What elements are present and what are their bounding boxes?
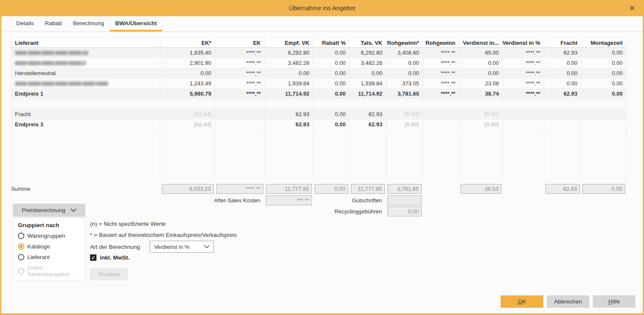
column-header: EK bbox=[215, 38, 265, 48]
value-cell: 0.00 bbox=[313, 79, 350, 88]
value-cell: 0.00 bbox=[313, 48, 350, 58]
filler-cell bbox=[215, 130, 265, 183]
value-cell bbox=[544, 120, 581, 129]
radio-warengruppen[interactable]: Warengruppen bbox=[18, 233, 80, 239]
value-cell: 0.00 bbox=[581, 89, 627, 99]
value-cell bbox=[544, 109, 581, 119]
bwa-table: LieferantEK*EKEmpf. VKRabatt %Tats. VKRo… bbox=[11, 38, 627, 217]
table-row[interactable]: 1,835.40****.**6,292.800.006,292.803,408… bbox=[11, 48, 627, 58]
ok-button[interactable]: OK bbox=[501, 295, 543, 308]
close-icon[interactable]: ✕ bbox=[627, 3, 637, 13]
gutschriften-field bbox=[388, 195, 422, 205]
value-cell: 3,482.28 bbox=[350, 58, 386, 68]
radio-lieferant[interactable]: Lieferant bbox=[18, 254, 80, 260]
table-row[interactable]: Fracht(52.44)62.930.0062.93(0.00)(0.00) bbox=[11, 109, 627, 120]
table-row[interactable]: Endpreis 15,980.79****.**11,714.920.0011… bbox=[11, 89, 627, 99]
tab-bwa-uebersicht[interactable]: BWA/Übersicht bbox=[110, 16, 163, 32]
value-cell: 1,243.49 bbox=[160, 79, 215, 88]
table-row[interactable]: Endpreis 3(52.44)62.930.0062.93(0.00)(0.… bbox=[11, 120, 627, 130]
filler-cell bbox=[544, 130, 581, 183]
value-cell bbox=[215, 99, 265, 109]
table-body: 1,835.40****.**6,292.800.006,292.803,408… bbox=[11, 48, 627, 130]
column-header: Tats. VK bbox=[350, 38, 386, 48]
value-cell: ****.** bbox=[423, 79, 459, 88]
table-row[interactable]: Herstellerneutral0.00****.**0.000.000.00… bbox=[11, 68, 627, 79]
chevron-down-icon bbox=[70, 208, 76, 212]
value-cell: (52.44) bbox=[160, 109, 215, 119]
value-cell: 38.74 bbox=[459, 89, 503, 99]
filler-cell bbox=[459, 130, 503, 183]
lieferant-cell: Herstellerneutral bbox=[11, 68, 160, 78]
value-cell: 5,980.79 bbox=[160, 89, 215, 99]
preisberechnung-button[interactable]: Preisberechnung bbox=[13, 204, 85, 217]
preisberechnung-label: Preisberechnung bbox=[22, 207, 65, 213]
value-cell: 0.00 bbox=[459, 58, 503, 68]
value-cell: 23.08 bbox=[459, 79, 503, 88]
radio-icon bbox=[18, 233, 24, 239]
value-cell: 62.93 bbox=[265, 109, 313, 119]
lieferant-cell: Endpreis 3 bbox=[11, 120, 160, 129]
chevron-down-icon bbox=[204, 245, 210, 248]
inkl-mwst-checkbox-row[interactable]: ✓ inkl. MwSt. bbox=[90, 254, 130, 261]
value-cell: 0.00 bbox=[386, 58, 423, 68]
value-cell bbox=[215, 120, 265, 129]
table-row[interactable] bbox=[11, 99, 627, 109]
filler-cell bbox=[503, 130, 544, 183]
value-cell: 0.00 bbox=[581, 68, 627, 78]
summe-field: 0.00 bbox=[583, 184, 625, 194]
note-nicht-spezifiziert: (n) = Nicht spezifizierte Werte bbox=[90, 221, 166, 227]
radio-label: Lieferant bbox=[27, 254, 50, 260]
value-cell bbox=[581, 109, 627, 119]
summe-field: 62.93 bbox=[545, 184, 580, 194]
inkl-mwst-label: inkl. MwSt. bbox=[100, 254, 130, 261]
table-row[interactable]: 1,243.49****.**1,939.840.001,939.84373.0… bbox=[11, 79, 627, 89]
value-cell bbox=[313, 99, 350, 109]
tab-details[interactable]: Details bbox=[11, 16, 39, 32]
table-row[interactable]: 2,901.90****.**3,482.280.003,482.280.00*… bbox=[11, 58, 627, 68]
column-header: Montagezeit bbox=[581, 38, 627, 48]
value-cell: ****.** bbox=[503, 79, 544, 88]
checkbox-checked-icon[interactable]: ✓ bbox=[90, 254, 96, 261]
radio-kataloge[interactable]: Kataloge bbox=[18, 243, 80, 250]
value-cell bbox=[423, 120, 459, 129]
value-cell: 62.93 bbox=[544, 89, 581, 99]
value-cell: 62.93 bbox=[350, 120, 386, 129]
value-cell: ****.** bbox=[215, 58, 265, 68]
column-header: Fracht bbox=[544, 38, 581, 48]
redacted-supplier-name bbox=[15, 51, 88, 55]
filler-cell bbox=[581, 130, 627, 183]
value-cell: ****.** bbox=[503, 89, 544, 99]
lieferant-cell: Endpreis 1 bbox=[11, 89, 160, 99]
value-cell: ****.** bbox=[215, 79, 265, 88]
table-header-row: LieferantEK*EKEmpf. VKRabatt %Tats. VKRo… bbox=[11, 38, 627, 48]
value-cell: ****.** bbox=[423, 58, 459, 68]
value-cell: ****.** bbox=[215, 89, 265, 99]
radio-zeilen-sammelangebot: Zeilen Sammelangebot bbox=[18, 265, 80, 277]
column-header: Rohgewinn bbox=[423, 38, 459, 48]
abbrechen-button[interactable]: Abbrechen bbox=[547, 295, 589, 308]
value-cell bbox=[581, 99, 627, 109]
value-cell: 11,714.92 bbox=[350, 89, 386, 99]
value-cell: 62.93 bbox=[265, 120, 313, 129]
recycling-row: Recyclinggebühren 0.00 bbox=[11, 206, 627, 217]
value-cell: 0.00 bbox=[265, 68, 313, 78]
table-filler bbox=[11, 130, 627, 183]
art-der-berechnung-select[interactable]: Verdienst in % bbox=[150, 241, 214, 253]
filler-cell bbox=[160, 130, 215, 183]
hilfe-button[interactable]: Hilfe bbox=[593, 295, 635, 308]
tab-rabatt[interactable]: Rabatt bbox=[39, 16, 67, 32]
art-der-berechnung-label: Art der Berechnung bbox=[90, 244, 140, 250]
value-cell: 1,939.84 bbox=[350, 79, 386, 88]
value-cell bbox=[503, 109, 544, 119]
value-cell: ****.** bbox=[503, 58, 544, 68]
value-cell bbox=[423, 99, 459, 109]
tab-berechnung[interactable]: Berechnung bbox=[67, 16, 110, 32]
value-cell: ****.** bbox=[423, 48, 459, 58]
value-cell: 0.00 bbox=[459, 68, 503, 78]
redacted-supplier-name bbox=[15, 61, 86, 65]
summe-field: 6,033.23 bbox=[162, 184, 214, 194]
value-cell: 0.00 bbox=[544, 79, 581, 88]
summe-field: ****.** bbox=[216, 184, 263, 194]
value-cell: (52.44) bbox=[160, 120, 215, 129]
dialog-title: Übernahme ins Angebot bbox=[289, 5, 356, 12]
